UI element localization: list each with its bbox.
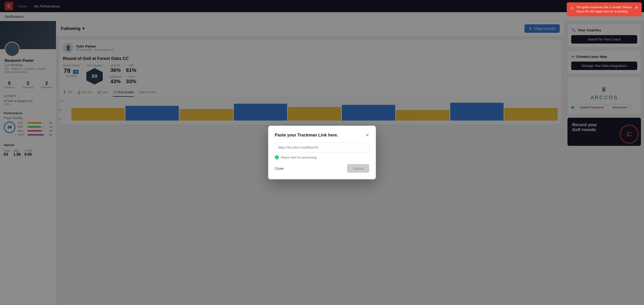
warning-icon: ⚠ (570, 6, 574, 10)
toast-message: The given trackman link is invalid. Plea… (576, 5, 632, 14)
modal-title: Paste your Trackman Link here. (275, 133, 338, 138)
modal-close-icon-button[interactable]: ✕ (365, 132, 369, 138)
error-toast: ⚠ The given trackman link is invalid. Pl… (567, 2, 642, 16)
trackman-link-input[interactable] (275, 142, 369, 152)
modal-success-message: ✓ Report sent for processing (275, 155, 369, 160)
modal-submit-button[interactable]: Submit (347, 164, 369, 173)
success-icon: ✓ (275, 155, 279, 160)
modal-close-button[interactable]: Close (275, 166, 284, 170)
toast-close-button[interactable]: ✕ (635, 5, 638, 10)
modal-overlay: Paste your Trackman Link here. ✕ ✓ Repor… (0, 0, 644, 305)
modal-actions: Close Submit (275, 164, 369, 173)
modal-header: Paste your Trackman Link here. ✕ (275, 132, 369, 138)
trackman-modal: Paste your Trackman Link here. ✕ ✓ Repor… (268, 126, 376, 179)
